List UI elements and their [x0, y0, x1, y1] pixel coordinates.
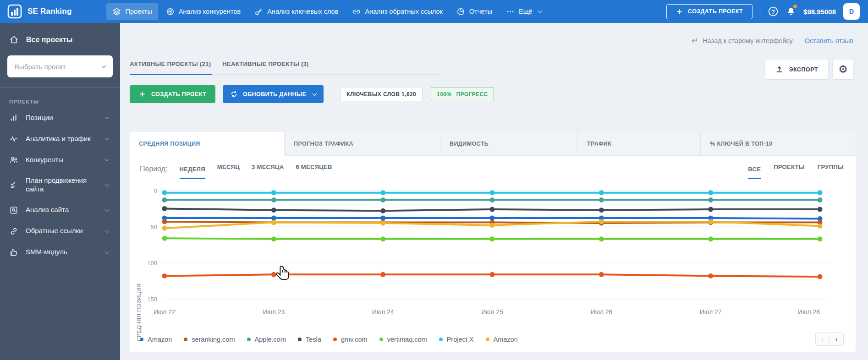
header-right: СОЗДАТЬ ПРОЕКТ ? $98.95008 D — [666, 3, 860, 20]
period-row: Период: НЕДЕЛЯМЕСЯЦ3 МЕСЯЦА6 МЕСЯЦЕВ ВСЕ… — [130, 156, 856, 182]
sidebar-item-конкуренты[interactable]: Конкуренты — [0, 149, 120, 170]
nav-item-проекты[interactable]: Проекты — [106, 3, 158, 20]
chevron-down-icon — [105, 207, 110, 212]
chart-tab-видимость[interactable]: ВИДИМОСТЬ — [440, 132, 578, 156]
legend-item-tesla[interactable]: Tesla — [298, 336, 321, 343]
brand-logo[interactable]: SE Ranking — [7, 4, 71, 19]
nav-item-ещё[interactable]: Ещё — [500, 3, 548, 20]
sidebar-item-smm-модуль[interactable]: SMM-модуль — [0, 242, 120, 263]
svg-text:Июл 24: Июл 24 — [372, 308, 394, 316]
legend-pagination: ‹ › — [815, 333, 844, 346]
legend-next-button[interactable]: › — [830, 333, 843, 345]
legend-label: vertimaq.com — [387, 336, 427, 343]
keywords-count-chip: КЛЮЧЕВЫХ СЛОВ 1,620 — [340, 87, 423, 101]
se-ranking-logo-icon — [7, 4, 22, 19]
refresh-icon — [230, 90, 238, 98]
legend-item-amazon[interactable]: Amazon — [140, 336, 172, 343]
chevron-down-icon — [105, 115, 110, 120]
nav-item-label: Анализ конкурентов — [179, 8, 241, 15]
period-option-неделя[interactable]: НЕДЕЛЯ — [180, 166, 205, 179]
notification-dot — [793, 5, 797, 8]
svg-text:150: 150 — [147, 296, 157, 303]
period-option-3-месяца[interactable]: 3 МЕСЯЦА — [252, 164, 284, 175]
nav-item-анализ-обратных-ссылок[interactable]: Анализ обратных ссылок — [346, 3, 448, 20]
back-to-old-interface-link[interactable]: ↵ Назад к старому интерфейсу — [692, 37, 793, 45]
legend-item-seranking-com[interactable]: seranking.com — [184, 336, 235, 343]
period-option-6-месяцев[interactable]: 6 МЕСЯЦЕВ — [296, 164, 332, 175]
create-project-button[interactable]: СОЗДАТЬ ПРОЕКТ — [130, 85, 215, 103]
period-selector: Период: НЕДЕЛЯМЕСЯЦ3 МЕСЯЦА6 МЕСЯЦЕВ — [140, 164, 332, 175]
legend-item-amazon[interactable]: Amazon — [486, 336, 518, 343]
nav-item-анализ-ключевых-слов[interactable]: Анализ ключевых слов — [248, 3, 344, 20]
help-icon[interactable]: ? — [768, 6, 779, 17]
chart-metric-tabs: СРЕДНЯЯ ПОЗИЦИЯПРОГНОЗ ТРАФИКАВИДИМОСТЬТ… — [130, 132, 856, 156]
chart-tab-прогноз-трафика[interactable]: ПРОГНОЗ ТРАФИКА — [285, 132, 440, 156]
sidebar-item-label: SMM-модуль — [26, 248, 98, 256]
nav-item-анализ-конкурентов[interactable]: Анализ конкурентов — [160, 3, 247, 20]
account-balance[interactable]: $98.95008 — [803, 8, 836, 16]
nav-item-label: Анализ обратных ссылок — [365, 8, 442, 15]
legend-label: Project X — [447, 336, 474, 343]
positions-line-chart[interactable]: 050100150Июл 22Июл 23Июл 24Июл 25Июл 26И… — [143, 182, 849, 327]
sidebar-item-план-продвижения-сайта[interactable]: План продвижения сайта — [0, 170, 120, 200]
scope-option-группы[interactable]: ГРУППЫ — [818, 164, 844, 175]
scope-option-все[interactable]: ВСЕ — [748, 166, 761, 179]
sidebar-item-аналитика-и-трафик[interactable]: Аналитика и трафик — [0, 128, 120, 149]
chevron-down-icon — [105, 249, 110, 254]
user-avatar[interactable]: D — [843, 3, 860, 20]
legend-label: seranking.com — [192, 336, 235, 343]
key-icon — [254, 7, 263, 16]
settings-gear-icon[interactable]: ⚙ — [833, 60, 853, 79]
svg-text:50: 50 — [151, 224, 157, 230]
legend-color-dot — [247, 338, 251, 341]
sidebar-item-анализ-сайта[interactable]: Анализ сайта — [0, 200, 120, 221]
legend-color-dot — [379, 338, 383, 341]
svg-text:Июл 26: Июл 26 — [590, 308, 612, 316]
create-project-label: СОЗДАТЬ ПРОЕКТ — [151, 91, 206, 98]
svg-text:Июл 23: Июл 23 — [263, 308, 285, 316]
refresh-data-button[interactable]: ОБНОВИТЬ ДАННЫЕ — [223, 85, 324, 103]
svg-text:Июл 25: Июл 25 — [481, 308, 503, 316]
legend-label: Amazon — [148, 336, 172, 343]
legend-item-gmv-com[interactable]: gmv.com — [333, 336, 368, 343]
sidebar-item-позиции[interactable]: Позиции — [0, 107, 120, 128]
svg-text:Июл 22: Июл 22 — [154, 308, 176, 316]
tab-inactive-projects[interactable]: НЕАКТИВНЫЕ ПРОЕКТЫ (3) — [222, 60, 310, 74]
scope-selector: ВСЕПРОЕКТЫГРУППЫ — [748, 164, 844, 175]
leave-feedback-link[interactable]: Оставить отзыв — [805, 37, 853, 44]
nav-item-label: Ещё — [519, 8, 533, 15]
legend-item-apple-com[interactable]: Apple.com — [247, 336, 286, 343]
chart-area[interactable]: СРЕДНЯЯ ПОЗИЦИЯ 050100150Июл 22Июл 23Июл… — [130, 182, 856, 327]
legend-item-vertimaq-com[interactable]: vertimaq.com — [379, 336, 427, 343]
sidebar-item-обратные-ссылки[interactable]: Обратные ссылки — [0, 221, 120, 242]
tab-active-projects[interactable]: АКТИВНЫЕ ПРОЕКТЫ (21) — [130, 60, 212, 75]
period-label: Период: — [140, 165, 168, 173]
target-icon — [166, 7, 175, 16]
main-content: ↵ Назад к старому интерфейсу Оставить от… — [120, 23, 868, 360]
legend-color-dot — [333, 338, 337, 341]
chart-tab-средняя-позиция[interactable]: СРЕДНЯЯ ПОЗИЦИЯ — [130, 132, 285, 156]
legend-item-project-x[interactable]: Project X — [439, 336, 474, 343]
chart-tab-трафик[interactable]: ТРАФИК — [578, 132, 701, 156]
bar-chart-icon — [9, 113, 18, 122]
checklist-icon — [9, 180, 18, 190]
nav-item-отчеты[interactable]: Отчеты — [450, 3, 498, 20]
export-button[interactable]: ЭКСПОРТ — [765, 60, 828, 79]
legend-label: Amazon — [494, 336, 518, 343]
notifications-bell-icon[interactable] — [786, 6, 796, 17]
sidebar-section-label: ПРОЕКТЫ — [0, 88, 120, 107]
legend-prev-button[interactable]: ‹ — [816, 333, 830, 345]
legend-label: Apple.com — [255, 336, 286, 343]
scope-option-проекты[interactable]: ПРОЕКТЫ — [774, 164, 805, 175]
period-option-месяц[interactable]: МЕСЯЦ — [217, 164, 240, 175]
project-select-dropdown[interactable]: Выбрать проект — [7, 55, 113, 77]
legend-color-dot — [298, 338, 302, 341]
sidebar-all-projects[interactable]: Все проекты — [0, 23, 120, 48]
svg-text:100: 100 — [147, 260, 157, 267]
chart-tab--ключей-в-топ-10[interactable]: % КЛЮЧЕЙ В ТОП-10 — [701, 132, 856, 156]
header-create-project-button[interactable]: СОЗДАТЬ ПРОЕКТ — [666, 4, 753, 19]
chevron-down-icon — [105, 182, 110, 186]
export-group: ЭКСПОРТ ⚙ — [765, 60, 853, 79]
brand-name: SE Ranking — [27, 7, 71, 16]
layers-icon — [112, 7, 121, 16]
